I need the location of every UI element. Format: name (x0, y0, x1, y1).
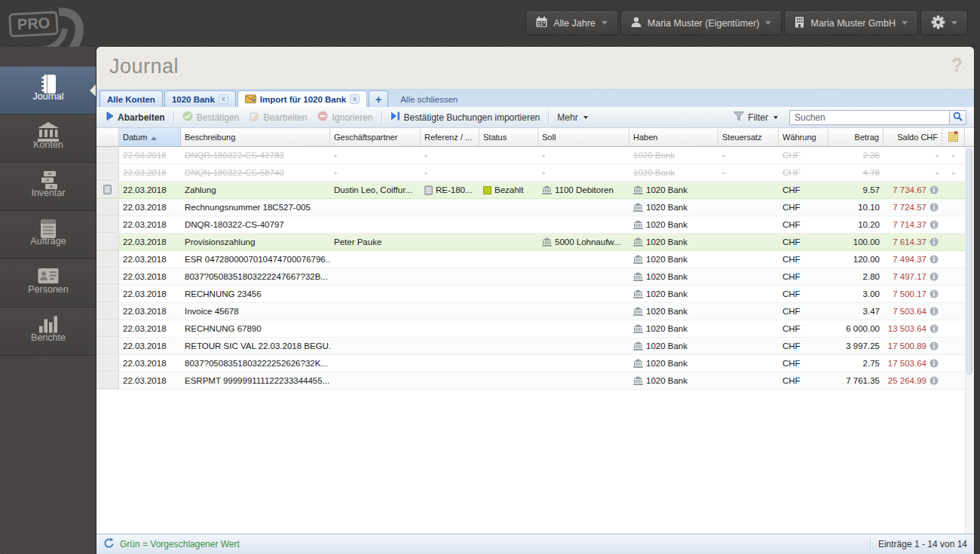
table-row[interactable]: 22.03.2018RECHNUNG 678901020 BankCHF6 00… (96, 320, 965, 338)
info-icon[interactable] (929, 341, 939, 350)
info-icon[interactable] (929, 289, 939, 298)
cell-haben: 1020 Bank (629, 303, 718, 320)
sidebar-item-inventar[interactable]: Inventar (0, 163, 96, 211)
cell-referenz (421, 286, 479, 302)
table-row[interactable]: 22.03.2018Rechnungsnummer 18C527-0051020… (96, 199, 965, 216)
cell-geschaeftspartner (330, 199, 421, 216)
table-row[interactable]: 22.03.20188037?0508351803222247667?32B..… (96, 268, 965, 286)
table-row[interactable]: 22.03.2018DNQR-180322-CS-407971020 BankC… (96, 216, 965, 234)
sidebar-item-konten[interactable]: Konten (0, 115, 96, 163)
sidebar-item-label: Inventar (31, 188, 65, 198)
cell-betrag: 2.80 (828, 268, 884, 285)
company-menu-button[interactable]: Maria Muster GmbH (784, 11, 918, 35)
row-handle[interactable] (96, 286, 119, 302)
column-header-geschaeftspartner[interactable]: Geschäftspartner (330, 128, 421, 146)
table-row[interactable]: 22.03.2018RECHNUNG 234561020 BankCHF3.00… (96, 286, 965, 303)
column-header-beschreibung[interactable]: Beschreibung (181, 128, 330, 146)
bestaetigen-button[interactable]: Bestätigen (177, 109, 245, 126)
row-handle[interactable] (96, 182, 119, 198)
cell-status (479, 286, 538, 302)
scrollbar-thumb[interactable] (966, 148, 972, 375)
row-handle[interactable] (96, 268, 119, 285)
filter-button[interactable]: Filter (728, 109, 783, 126)
sidebar-item-berichte[interactable]: Berichte (0, 308, 96, 356)
sidebar-item-auftraege[interactable]: Aufträge (0, 211, 96, 259)
cell-saldo: 7 500.17 (884, 286, 942, 302)
bearbeiten-button[interactable]: Bearbeiten (244, 109, 312, 126)
column-header-steuersatz[interactable]: Steuersatz (718, 128, 779, 146)
row-handle[interactable] (96, 303, 119, 320)
search-button[interactable] (949, 110, 966, 125)
row-handle[interactable] (96, 234, 119, 250)
cell-beschreibung: Invoice 45678 (181, 303, 330, 320)
year-selector-button[interactable]: Alle Jahre (525, 11, 618, 35)
table-row[interactable]: 22.03.2018DNQN-180322-CS-58740---1020 Ba… (96, 164, 965, 182)
search-input[interactable] (789, 110, 949, 125)
import-bestaetigte-button[interactable]: Bestätigte Buchungen importieren (385, 109, 546, 125)
id-card-icon (0, 260, 96, 284)
ignorieren-button[interactable]: Ignorieren (312, 109, 378, 126)
row-handle[interactable] (96, 355, 119, 372)
table-row[interactable]: 22.03.20188037?0508351803222252626?32K..… (96, 355, 965, 372)
tab-1020-bank[interactable]: 1020 Bank x (164, 90, 236, 107)
mehr-button[interactable]: Mehr (552, 110, 593, 125)
column-header-saldo[interactable]: Saldo CHF (884, 128, 942, 146)
info-icon[interactable] (929, 324, 939, 333)
table-row[interactable]: 22.03.2018ESRPMT 999999111122233344455..… (96, 372, 965, 390)
tab-import-1020-bank[interactable]: Import für 1020 Bank x (237, 90, 367, 107)
main-panel: Journal ? Alle Konten 1020 Bank x Import… (96, 47, 974, 554)
table-row[interactable]: 22.03.2018ProvisionszahlungPeter Pauke50… (96, 234, 965, 251)
info-icon[interactable] (929, 376, 939, 385)
refresh-icon[interactable] (103, 537, 115, 551)
row-handle[interactable] (96, 372, 119, 389)
sidebar-item-journal[interactable]: Journal (0, 66, 96, 115)
table-row[interactable]: 22.03.2018DNQR-180322-CS-43783---1020 Ba… (96, 147, 965, 164)
sidebar-item-personen[interactable]: Personen (0, 259, 96, 308)
cell-saldo: 7 714.37 (884, 216, 942, 233)
table-row[interactable]: 22.03.2018ZahlungDustin Leo, Coiffur...R… (96, 182, 965, 199)
column-header-status[interactable]: Status (479, 128, 538, 146)
table-row[interactable]: 22.03.2018ESR 0472800007010474700076796.… (96, 251, 965, 268)
row-handle[interactable] (96, 338, 119, 354)
chevron-down-icon (902, 21, 908, 25)
tab-alle-konten[interactable]: Alle Konten (100, 90, 163, 107)
row-handle[interactable] (96, 164, 119, 181)
info-icon[interactable] (929, 237, 939, 246)
row-handle[interactable] (96, 199, 119, 216)
close-icon[interactable]: x (350, 94, 360, 104)
column-header-haben[interactable]: Haben (629, 128, 718, 146)
cell-betrag: 3 997.25 (828, 338, 884, 354)
add-tab-button[interactable]: + (369, 90, 388, 107)
help-icon[interactable]: ? (951, 54, 963, 76)
column-header-referenz[interactable]: Referenz / ... (421, 128, 479, 146)
row-handle[interactable] (96, 251, 119, 268)
column-header-waehrung[interactable]: Währung (779, 128, 828, 146)
row-handle[interactable] (96, 216, 119, 233)
info-icon[interactable] (929, 272, 939, 281)
info-icon[interactable] (929, 203, 939, 212)
info-icon[interactable] (929, 359, 939, 368)
table-row[interactable]: 22.03.2018Invoice 456781020 BankCHF3.477… (96, 303, 965, 320)
info-icon[interactable] (929, 307, 939, 316)
close-icon[interactable]: x (219, 94, 228, 104)
column-header-betrag[interactable]: Betrag (828, 128, 884, 146)
row-handle[interactable] (96, 147, 119, 164)
row-handle[interactable] (96, 320, 119, 337)
column-header-datum[interactable]: Datum (119, 128, 181, 146)
cell-datum: 22.03.2018 (119, 251, 181, 268)
info-icon[interactable] (929, 255, 939, 264)
info-icon[interactable] (929, 185, 939, 194)
column-header-soll[interactable]: Soll (538, 128, 629, 146)
settings-button[interactable] (920, 11, 968, 35)
abarbeiten-button[interactable]: Abarbeiten (101, 109, 170, 125)
close-all-tabs-button[interactable]: Alle schliessen (400, 95, 458, 104)
tab-label: Import für 1020 Bank (260, 95, 346, 104)
cell-status: Bezahlt (479, 182, 538, 198)
cell-steuersatz (718, 216, 779, 233)
vertical-scrollbar[interactable] (965, 147, 974, 534)
info-icon[interactable] (929, 220, 939, 229)
user-menu-button[interactable]: Maria Muster (Eigentümer) (620, 11, 782, 35)
column-header-note[interactable] (942, 128, 965, 146)
legend-text: Grün = Vorgeschlagener Wert (120, 539, 240, 549)
table-row[interactable]: 22.03.2018RETOUR SIC VAL 22.03.2018 BEGU… (96, 338, 965, 355)
